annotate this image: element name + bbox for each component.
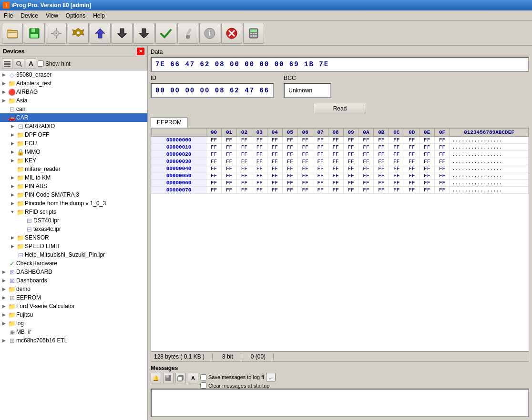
save-log-checkbox[interactable] bbox=[200, 374, 206, 380]
hex-cell-3[interactable]: FF bbox=[252, 158, 267, 165]
hex-cell-6[interactable]: FF bbox=[297, 137, 313, 144]
hex-cell-7[interactable]: FF bbox=[313, 187, 328, 194]
hex-cell-13[interactable]: FF bbox=[404, 187, 419, 194]
hex-cell-4[interactable]: FF bbox=[267, 187, 282, 194]
tree-arrow-DASHBOARD[interactable]: ▶ bbox=[0, 270, 8, 274]
hex-cell-14[interactable]: FF bbox=[419, 165, 435, 172]
hex-cell-12[interactable]: FF bbox=[389, 144, 404, 151]
dev-search-button[interactable] bbox=[14, 59, 24, 69]
hex-cell-0[interactable]: FF bbox=[206, 158, 222, 165]
hex-cell-6[interactable]: FF bbox=[297, 187, 313, 194]
hex-cell-3[interactable]: FF bbox=[252, 180, 267, 187]
hex-cell-1[interactable]: FF bbox=[222, 151, 237, 158]
hex-cell-11[interactable]: FF bbox=[374, 158, 389, 165]
tree-arrow-PIN_ABS[interactable]: ▶ bbox=[9, 184, 16, 189]
hex-cell-11[interactable]: FF bbox=[374, 137, 389, 144]
menu-file[interactable]: File bbox=[0, 11, 17, 20]
tree-item-35080_eraser[interactable]: ▶◇35080_eraser bbox=[0, 70, 147, 79]
hex-cell-8[interactable]: FF bbox=[328, 151, 343, 158]
tree-item-mifare_reader[interactable]: 📁mifare_reader bbox=[0, 165, 147, 173]
hex-cell-6[interactable]: FF bbox=[297, 158, 313, 165]
msg-font-button[interactable]: A bbox=[188, 373, 198, 383]
hex-cell-11[interactable]: FF bbox=[374, 144, 389, 151]
hex-cell-0[interactable]: FF bbox=[206, 172, 222, 180]
tree-item-PIN_ABS[interactable]: ▶📁PIN ABS bbox=[0, 182, 147, 190]
menu-options[interactable]: Options bbox=[62, 11, 89, 20]
hex-cell-12[interactable]: FF bbox=[389, 187, 404, 194]
hex-cell-5[interactable]: FF bbox=[282, 158, 297, 165]
hex-cell-10[interactable]: FF bbox=[358, 187, 374, 194]
hex-cell-15[interactable]: FF bbox=[435, 144, 450, 151]
hex-cell-9[interactable]: FF bbox=[343, 137, 358, 144]
hex-cell-13[interactable]: FF bbox=[404, 172, 419, 180]
up-button[interactable] bbox=[90, 23, 111, 44]
tree-arrow-SENSOR[interactable]: ▶ bbox=[9, 235, 16, 240]
hex-cell-5[interactable]: FF bbox=[282, 187, 297, 194]
hex-cell-7[interactable]: FF bbox=[313, 172, 328, 180]
hex-cell-4[interactable]: FF bbox=[267, 165, 282, 172]
hex-cell-3[interactable]: FF bbox=[252, 165, 267, 172]
hex-cell-7[interactable]: FF bbox=[313, 151, 328, 158]
tree-item-SPEED_LIMIT[interactable]: ▶📁SPEED LIMIT bbox=[0, 242, 147, 250]
menu-view[interactable]: View bbox=[42, 11, 62, 20]
tree-item-Ford_V_serie[interactable]: ▶📁Ford V-serie Calculator bbox=[0, 302, 147, 310]
hex-cell-0[interactable]: FF bbox=[206, 151, 222, 158]
hex-cell-14[interactable]: FF bbox=[419, 187, 435, 194]
hex-cell-2[interactable]: FF bbox=[236, 144, 252, 151]
tree-item-EEPROM[interactable]: ▶⊞EEPROM bbox=[0, 293, 147, 302]
hex-cell-12[interactable]: FF bbox=[389, 158, 404, 165]
hex-cell-14[interactable]: FF bbox=[419, 180, 435, 187]
hex-cell-14[interactable]: FF bbox=[419, 158, 435, 165]
hex-cell-4[interactable]: FF bbox=[267, 144, 282, 151]
hex-cell-4[interactable]: FF bbox=[267, 158, 282, 165]
hex-cell-11[interactable]: FF bbox=[374, 165, 389, 172]
hex-cell-12[interactable]: FF bbox=[389, 180, 404, 187]
hex-cell-13[interactable]: FF bbox=[404, 144, 419, 151]
hex-cell-3[interactable]: FF bbox=[252, 172, 267, 180]
down2-button[interactable] bbox=[133, 23, 154, 44]
tree-arrow-35080_eraser[interactable]: ▶ bbox=[0, 72, 8, 77]
hex-cell-4[interactable]: FF bbox=[267, 137, 282, 144]
dev-font-button[interactable]: A bbox=[26, 59, 36, 69]
tree-arrow-mc68hc705b16_ETL[interactable]: ▶ bbox=[0, 338, 8, 343]
tree-item-Adapters_test[interactable]: ▶📁Adapters_test bbox=[0, 79, 147, 88]
hex-cell-6[interactable]: FF bbox=[297, 151, 313, 158]
tree-item-IMMO[interactable]: ▶🔒IMMO bbox=[0, 148, 147, 156]
hex-cell-9[interactable]: FF bbox=[343, 180, 358, 187]
hex-cell-2[interactable]: FF bbox=[236, 180, 252, 187]
hex-cell-0[interactable]: FF bbox=[206, 137, 222, 144]
clear-startup-option[interactable]: Clear messages at startup bbox=[200, 382, 276, 389]
settings-button[interactable] bbox=[46, 23, 67, 44]
tree-item-RFID_scripts[interactable]: ▼📁RFID scripts bbox=[0, 208, 147, 216]
hex-cell-13[interactable]: FF bbox=[404, 137, 419, 144]
tree-item-DST40_ipr[interactable]: ⊟DST40.ipr bbox=[0, 216, 147, 225]
hex-cell-15[interactable]: FF bbox=[435, 151, 450, 158]
hex-cell-1[interactable]: FF bbox=[222, 144, 237, 151]
msg-copy-button[interactable] bbox=[175, 373, 186, 383]
tree-item-AIRBAG[interactable]: ▶🔴AIRBAG bbox=[0, 88, 147, 96]
read-button[interactable]: Read bbox=[314, 103, 367, 114]
hex-cell-8[interactable]: FF bbox=[328, 172, 343, 180]
hex-cell-5[interactable]: FF bbox=[282, 165, 297, 172]
hex-cell-2[interactable]: FF bbox=[236, 172, 252, 180]
hex-cell-8[interactable]: FF bbox=[328, 158, 343, 165]
hex-cell-5[interactable]: FF bbox=[282, 144, 297, 151]
hex-cell-2[interactable]: FF bbox=[236, 137, 252, 144]
hex-cell-1[interactable]: FF bbox=[222, 137, 237, 144]
save-log-option[interactable]: Save messages to log fi ... bbox=[200, 373, 276, 381]
tree-item-demo[interactable]: ▶📁demo bbox=[0, 285, 147, 293]
hex-cell-2[interactable]: FF bbox=[236, 187, 252, 194]
hex-cell-1[interactable]: FF bbox=[222, 180, 237, 187]
tree-item-CARRADIO[interactable]: ▶⊡CARRADIO bbox=[0, 122, 147, 130]
hex-cell-3[interactable]: FF bbox=[252, 187, 267, 194]
hex-cell-10[interactable]: FF bbox=[358, 172, 374, 180]
hex-cell-5[interactable]: FF bbox=[282, 151, 297, 158]
tree-item-SENSOR[interactable]: ▶📁SENSOR bbox=[0, 233, 147, 242]
hex-cell-12[interactable]: FF bbox=[389, 165, 404, 172]
save-button[interactable] bbox=[24, 23, 45, 44]
browse-log-button[interactable]: ... bbox=[266, 373, 276, 381]
hex-cell-8[interactable]: FF bbox=[328, 180, 343, 187]
hex-cell-13[interactable]: FF bbox=[404, 165, 419, 172]
hex-cell-14[interactable]: FF bbox=[419, 172, 435, 180]
tree-arrow-DPF_OFF[interactable]: ▶ bbox=[9, 132, 16, 137]
